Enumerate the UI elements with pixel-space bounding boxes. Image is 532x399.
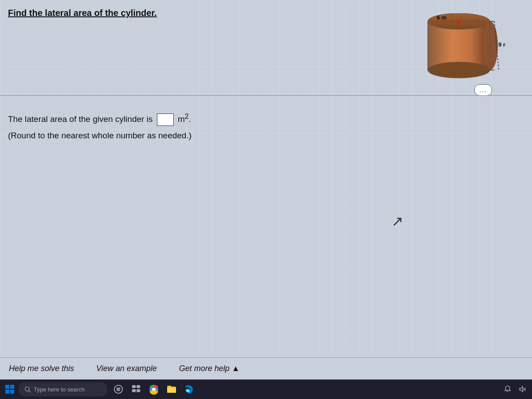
- svg-point-31: [153, 388, 156, 391]
- svg-point-21: [25, 387, 29, 391]
- taskbar-search[interactable]: Type here to search: [19, 382, 107, 396]
- taskbar: Type here to search: [0, 379, 532, 399]
- taskbar-right: [501, 383, 529, 396]
- cortana-icon[interactable]: [111, 382, 126, 397]
- problem-line2-text: (Round to the nearest whole number as ne…: [8, 131, 192, 140]
- start-button[interactable]: [3, 382, 17, 396]
- svg-rect-28: [137, 389, 140, 392]
- view-example-link[interactable]: View an example: [96, 364, 157, 373]
- volume-icon[interactable]: [516, 383, 529, 396]
- svg-rect-20: [10, 390, 14, 394]
- bottom-links-bar: Help me solve this View an example Get m…: [0, 357, 532, 379]
- browser-icon[interactable]: [146, 382, 161, 397]
- edge-icon[interactable]: [182, 382, 197, 397]
- svg-text:9 m: 9 m: [498, 41, 505, 48]
- svg-rect-26: [137, 385, 140, 388]
- svg-rect-19: [5, 390, 9, 394]
- svg-rect-32: [167, 388, 176, 393]
- svg-rect-17: [5, 385, 9, 389]
- get-more-help-link[interactable]: Get more help ▲: [179, 364, 240, 373]
- cylinder-illustration: 6 m 9 m: [408, 13, 505, 84]
- svg-marker-33: [520, 387, 523, 392]
- svg-text:6 m: 6 m: [437, 14, 446, 21]
- svg-rect-27: [132, 389, 136, 392]
- svg-line-22: [29, 391, 31, 392]
- problem-line1-text: The lateral area of the given cylinder i…: [8, 114, 153, 124]
- cylinder-svg: 6 m 9 m: [408, 13, 505, 84]
- unit-label: m2.: [178, 114, 191, 124]
- notification-icon[interactable]: [501, 383, 514, 396]
- more-options-button[interactable]: ...: [474, 84, 492, 96]
- problem-text: The lateral area of the given cylinder i…: [8, 111, 192, 142]
- svg-rect-18: [10, 385, 14, 389]
- taskbar-icons: [111, 382, 197, 397]
- unit-superscript: 2: [185, 113, 189, 120]
- help-solve-link[interactable]: Help me solve this: [9, 364, 74, 373]
- file-explorer-icon[interactable]: [164, 382, 179, 397]
- svg-rect-25: [132, 385, 136, 388]
- svg-point-24: [116, 387, 120, 391]
- divider-line: [0, 95, 532, 96]
- task-view-icon[interactable]: [129, 382, 144, 397]
- answer-input[interactable]: [157, 113, 174, 126]
- taskbar-search-placeholder: Type here to search: [34, 386, 85, 393]
- question-title: Find the lateral area of the cylinder.: [8, 8, 157, 18]
